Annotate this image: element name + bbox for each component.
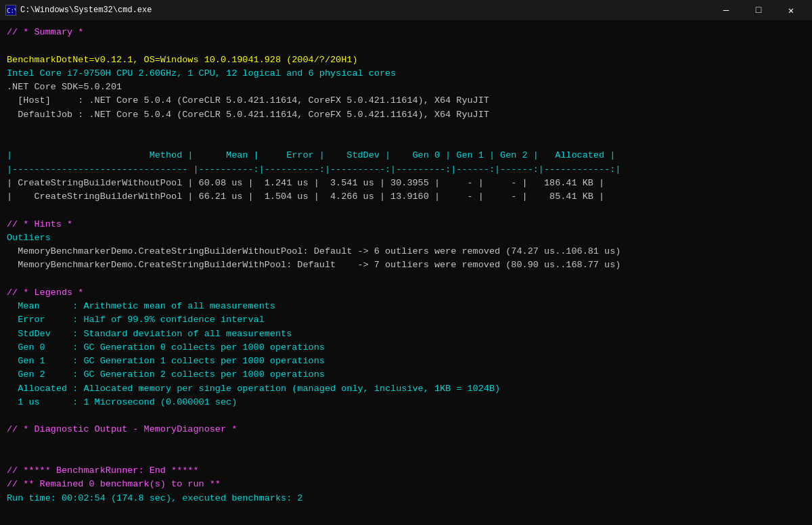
window-controls: — □ ✕ [710,0,807,20]
terminal-line [7,409,805,423]
terminal-line: Gen 1 : GC Generation 1 collects per 100… [7,355,805,368]
terminal-line: Allocated : Allocated memory per single … [7,382,805,396]
terminal-line: DefaultJob : .NET Core 5.0.4 (CoreCLR 5.… [7,108,805,122]
terminal-line: // * Legends * [7,286,805,300]
minimize-button[interactable]: — [710,0,742,20]
cmd-window: C:\ C:\Windows\System32\cmd.exe — □ ✕ //… [0,0,812,525]
terminal-line: // * Hints * [7,218,805,231]
terminal-line: // ***** BenchmarkRunner: End ***** [7,464,805,478]
terminal-line [7,39,805,53]
terminal-line: // * Summary * [7,26,805,39]
terminal-line: MemoryBenchmarkerDemo.CreateStringBuilde… [7,245,805,258]
terminal-line: 1 us : 1 Microsecond (0.000001 sec) [7,396,805,409]
terminal-line: .NET Core SDK=5.0.201 [7,81,805,94]
close-button[interactable]: ✕ [775,0,807,20]
terminal-line: MemoryBenchmarkerDemo.CreateStringBuilde… [7,258,805,272]
terminal-line: [Host] : .NET Core 5.0.4 (CoreCLR 5.0.42… [7,94,805,108]
terminal-line: Error : Half of 99.9% confidence interva… [7,313,805,327]
terminal-line: | CreateStringBuilderWithPool | 66.21 us… [7,190,805,204]
terminal-line: | CreateStringBuilderWithoutPool | 60.08… [7,177,805,190]
cmd-icon: C:\ [5,5,16,16]
terminal-line [7,273,805,286]
terminal-line [7,122,805,135]
terminal-line [7,451,805,464]
terminal-content: // * Summary * BenchmarkDotNet=v0.12.1, … [0,20,812,525]
terminal-output: // * Summary * BenchmarkDotNet=v0.12.1, … [7,26,805,505]
terminal-line [7,204,805,217]
terminal-line: |-------------------------------- |-----… [7,163,805,177]
terminal-line: Outliers [7,231,805,245]
terminal-line: // ** Remained 0 benchmark(s) to run ** [7,478,805,491]
terminal-line: // * Diagnostic Output - MemoryDiagnoser… [7,423,805,436]
terminal-line: | Method | Mean | Error | StdDev | Gen 0… [7,149,805,162]
terminal-line [7,437,805,451]
terminal-line: Run time: 00:02:54 (174.8 sec), executed… [7,492,805,505]
svg-text:C:\: C:\ [7,7,16,14]
terminal-line: Gen 2 : GC Generation 2 collects per 100… [7,368,805,382]
terminal-line: Mean : Arithmetic mean of all measuremen… [7,300,805,313]
titlebar-left: C:\ C:\Windows\System32\cmd.exe [5,5,152,16]
terminal-line: StdDev : Standard deviation of all measu… [7,327,805,341]
terminal-line [7,135,805,149]
maximize-button[interactable]: □ [743,0,774,20]
terminal-line: Gen 0 : GC Generation 0 collects per 100… [7,341,805,355]
titlebar: C:\ C:\Windows\System32\cmd.exe — □ ✕ [0,0,812,20]
terminal-line: Intel Core i7-9750H CPU 2.60GHz, 1 CPU, … [7,67,805,81]
terminal-line: BenchmarkDotNet=v0.12.1, OS=Windows 10.0… [7,53,805,67]
window-title: C:\Windows\System32\cmd.exe [20,5,152,15]
